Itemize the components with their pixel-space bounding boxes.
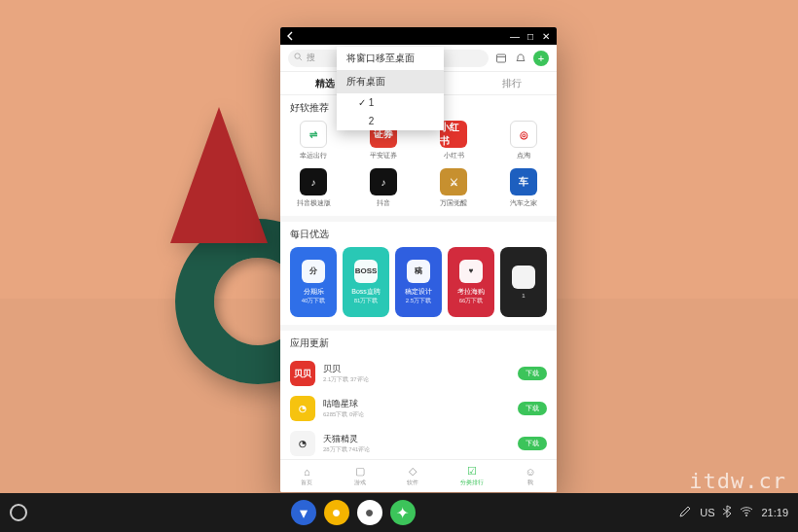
bottom-nav: ⌂ 首页 ▢ 游戏 ◇ 软件 ☑ 分类排行 ☺ 我	[280, 459, 557, 492]
bottom-nav-item[interactable]: ☑ 分类排行	[460, 465, 484, 487]
update-icon: 贝贝	[290, 361, 315, 386]
watermark-text: itdw.cr	[689, 469, 786, 493]
app-icon: ♪	[370, 168, 397, 195]
update-name: 天猫精灵	[323, 433, 510, 445]
app-label: 汽车之家	[510, 198, 537, 208]
card-name: 考拉海购	[457, 287, 485, 297]
ctx-all-desktops[interactable]: 所有桌面	[337, 70, 444, 93]
update-sub: 6285下载 0评论	[323, 410, 510, 419]
nav-label: 首页	[301, 479, 312, 487]
update-sub: 28万下载 741评论	[323, 445, 510, 454]
app-label: 抖音极速版	[297, 198, 331, 208]
app-cell[interactable]: 车 汽车之家	[500, 168, 547, 208]
section-daily: 每日优选 分 分期乐 40万下载 BOSS Boss直聘 81万下载 稿 稿定设…	[280, 222, 557, 325]
tab-featured[interactable]: 精选	[315, 77, 335, 90]
add-button[interactable]: +	[533, 51, 549, 66]
featured-card[interactable]: 稿 稿定设计 2.5万下载	[395, 247, 442, 317]
app-cell[interactable]: ♪ 抖音极速版	[290, 168, 337, 208]
card-icon: 分	[302, 260, 325, 283]
bluetooth-icon[interactable]	[722, 505, 732, 520]
chromeos-shelf: ▾●●✦ US 21:19	[0, 493, 798, 532]
svg-rect-2	[497, 54, 506, 62]
svg-point-0	[295, 53, 300, 58]
app-label: 幸运出行	[300, 151, 327, 160]
app-label: 抖音	[377, 198, 390, 208]
featured-card[interactable]: BOSS Boss直聘 81万下载	[343, 247, 389, 317]
shelf-app[interactable]: ●	[324, 500, 349, 525]
search-icon	[294, 53, 303, 63]
update-item[interactable]: ◔ 咕噜星球 6285下载 0评论 下载	[290, 391, 547, 426]
pen-icon[interactable]	[678, 505, 692, 520]
update-icon: ◔	[290, 431, 315, 456]
section-title: 每日优选	[290, 228, 547, 241]
featured-card[interactable]: 1	[500, 247, 547, 317]
ctx-desktop-2[interactable]: 2	[337, 112, 444, 130]
ctx-desktop-1[interactable]: ✓ 1	[337, 93, 444, 112]
shelf-apps: ▾●●✦	[291, 500, 416, 525]
section-updates: 应用更新 贝贝 贝贝 2.1万下载 37评论 下载 ◔ 咕噜星球 6285下载 …	[280, 331, 557, 459]
search-placeholder: 搜	[307, 52, 315, 64]
featured-card[interactable]: 分 分期乐 40万下载	[290, 247, 337, 317]
app-cell[interactable]: ♪ 抖音	[360, 168, 407, 208]
card-row[interactable]: 分 分期乐 40万下载 BOSS Boss直聘 81万下载 稿 稿定设计 2.5…	[290, 247, 547, 317]
maximize-button[interactable]: □	[524, 29, 537, 43]
shelf-app[interactable]: ✦	[390, 500, 416, 525]
nav-icon: ☑	[467, 465, 477, 478]
section-title: 应用更新	[290, 337, 547, 350]
shelf-app[interactable]: ▾	[291, 500, 316, 525]
app-label: 万国觉醒	[440, 198, 467, 208]
app-icon: ⇌	[300, 121, 327, 148]
wifi-icon[interactable]	[740, 506, 753, 519]
clock[interactable]: 21:19	[761, 507, 788, 518]
launcher-button[interactable]	[10, 504, 27, 521]
card-sub: 81万下载	[354, 297, 379, 305]
minimize-button[interactable]: —	[508, 29, 522, 43]
update-item[interactable]: 贝贝 贝贝 2.1万下载 37评论 下载	[290, 356, 547, 391]
bell-icon[interactable]	[514, 52, 527, 65]
nav-icon: ☺	[525, 466, 535, 478]
calendar-icon[interactable]	[494, 52, 508, 65]
titlebar[interactable]: — □ ✕	[280, 27, 557, 45]
ctx-move-window[interactable]: 将窗口移至桌面	[337, 47, 444, 70]
close-button[interactable]: ✕	[539, 29, 553, 43]
svg-line-1	[300, 58, 303, 61]
shelf-app[interactable]: ●	[357, 500, 382, 525]
download-button[interactable]: 下载	[518, 367, 547, 380]
app-label: 平安证券	[370, 151, 397, 160]
app-icon: 小红书	[440, 121, 467, 148]
context-menu[interactable]: 将窗口移至桌面 所有桌面 ✓ 1 2	[337, 47, 444, 130]
update-name: 贝贝	[323, 363, 510, 375]
app-cell[interactable]: ◎ 点淘	[500, 121, 547, 160]
app-icon: 车	[510, 168, 537, 195]
nav-icon: ⌂	[304, 466, 310, 478]
app-grid-row2: ♪ 抖音极速版 ♪ 抖音 ⚔ 万国觉醒 车 汽车之家	[290, 168, 547, 208]
app-cell[interactable]: ⚔ 万国觉醒	[430, 168, 477, 208]
app-cell[interactable]: ⇌ 幸运出行	[290, 121, 337, 160]
updates-list: 贝贝 贝贝 2.1万下载 37评论 下载 ◔ 咕噜星球 6285下载 0评论 下…	[290, 356, 547, 459]
download-button[interactable]: 下载	[518, 402, 547, 415]
nav-icon: ◇	[409, 465, 417, 478]
card-sub: 66万下载	[459, 297, 484, 305]
app-label: 点淘	[517, 151, 530, 160]
content-scroll[interactable]: 好软推荐 ⇌ 幸运出行 证券 平安证券 小红书 小红书 ◎ 点淘 ♪ 抖音极速版…	[280, 95, 557, 459]
card-name: Boss直聘	[351, 287, 381, 297]
featured-card[interactable]: ♥ 考拉海购 66万下载	[448, 247, 494, 317]
ime-indicator[interactable]: US	[700, 507, 714, 518]
card-sub: 40万下载	[302, 297, 326, 305]
tab-rankings[interactable]: 排行	[502, 77, 522, 90]
bottom-nav-item[interactable]: ⌂ 首页	[301, 466, 312, 487]
nav-label: 游戏	[354, 479, 366, 487]
card-icon	[512, 266, 535, 289]
update-item[interactable]: ◔ 天猫精灵 28万下载 741评论 下载	[290, 426, 547, 459]
app-icon: ♪	[300, 168, 327, 195]
bottom-nav-item[interactable]: ◇ 软件	[407, 465, 418, 487]
update-sub: 2.1万下载 37评论	[323, 375, 510, 384]
update-icon: ◔	[290, 396, 315, 421]
bottom-nav-item[interactable]: ☺ 我	[525, 466, 535, 487]
app-label: 小红书	[444, 151, 464, 160]
cone-decor	[170, 107, 268, 243]
download-button[interactable]: 下载	[518, 437, 547, 450]
check-icon: ✓	[358, 97, 366, 108]
bottom-nav-item[interactable]: ▢ 游戏	[354, 465, 366, 487]
back-button[interactable]	[284, 29, 298, 43]
